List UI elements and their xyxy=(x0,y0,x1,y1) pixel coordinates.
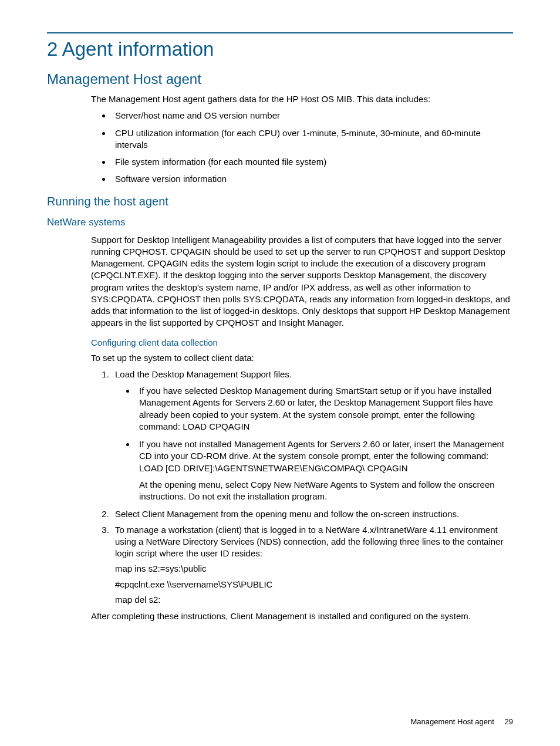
code-line: #cpqclnt.exe \\servername\SYS\PUBLIC xyxy=(115,579,513,590)
code-line: map del s2: xyxy=(115,594,513,606)
step-text: To manage a workstation (client) that is… xyxy=(115,525,503,559)
steps-list: Load the Desktop Management Support file… xyxy=(91,369,513,606)
list-item: To manage a workstation (client) that is… xyxy=(112,524,513,606)
data-bullet-list: Server/host name and OS version number C… xyxy=(91,110,513,185)
top-rule xyxy=(47,32,513,33)
step-sub-paragraph: At the opening menu, select Copy New Net… xyxy=(139,479,513,503)
code-line: map ins s2:=sys:\public xyxy=(115,563,513,575)
subsection-heading: Running the host agent xyxy=(47,195,513,208)
list-item: CPU utilization information (for each CP… xyxy=(112,127,513,151)
list-item: Load the Desktop Management Support file… xyxy=(112,369,513,503)
body-paragraph: After completing these instructions, Cli… xyxy=(91,610,513,622)
chapter-title: 2 Agent information xyxy=(47,38,513,60)
step-text: Load the Desktop Management Support file… xyxy=(115,369,292,379)
sub-bullet-list: If you have selected Desktop Management … xyxy=(115,385,513,502)
page-number: 29 xyxy=(505,717,513,726)
section-heading: Management Host agent xyxy=(47,71,513,87)
footer-section-label: Management Host agent xyxy=(411,717,494,726)
list-item: If you have not installed Management Age… xyxy=(136,438,513,502)
list-item: Select Client Management from the openin… xyxy=(112,508,513,520)
list-item: If you have selected Desktop Management … xyxy=(136,385,513,433)
body-paragraph: To set up the system to collect client d… xyxy=(91,352,513,364)
step-text: If you have not installed Management Age… xyxy=(139,439,504,473)
list-item: Server/host name and OS version number xyxy=(112,110,513,121)
page-content: 2 Agent information Management Host agen… xyxy=(0,0,560,622)
list-item: File system information (for each mounte… xyxy=(112,156,513,168)
sub-subsection-heading: NetWare systems xyxy=(47,217,513,228)
minor-heading: Configuring client data collection xyxy=(91,337,513,347)
body-paragraph: Support for Desktop Intelligent Manageab… xyxy=(91,234,513,329)
intro-paragraph: The Management Host agent gathers data f… xyxy=(91,93,513,105)
list-item: Software version information xyxy=(112,173,513,185)
page-footer: Management Host agent 29 xyxy=(411,717,513,726)
